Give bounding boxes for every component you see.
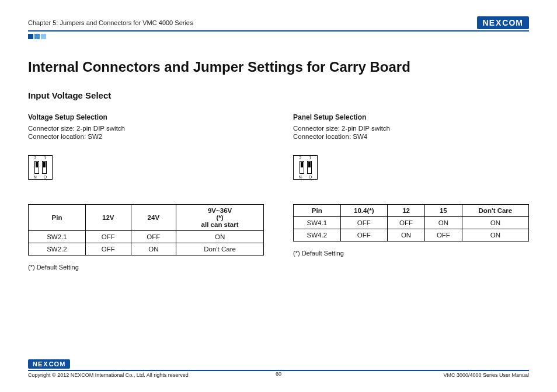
cell: SW2.2 [29, 243, 86, 256]
decorative-squares [28, 34, 529, 39]
cell: ON [462, 217, 528, 229]
dip-label: 2 [34, 156, 37, 160]
page-header: Chapter 5: Jumpers and Connectors for VM… [28, 16, 529, 32]
cell: OFF [340, 229, 388, 242]
dip-slot [307, 161, 312, 174]
chapter-title: Chapter 5: Jumpers and Connectors for VM… [28, 19, 193, 26]
content-columns: Voltage Setup Selection Connector size: … [28, 113, 529, 271]
table-header-row: Pin 12V 24V 9V~36V (*) all can start [29, 205, 264, 231]
panel-note: (*) Default Setting [293, 250, 529, 257]
dip-slot [34, 161, 39, 174]
doc-title-footer: VMC 3000/4000 Series User Manual [443, 372, 529, 378]
th-dontcare: Don't Care [462, 205, 528, 217]
panel-conn-loc: Connector location: SW4 [293, 133, 529, 140]
voltage-table: Pin 12V 24V 9V~36V (*) all can start SW2… [28, 204, 264, 256]
cell: SW4.2 [294, 229, 341, 242]
dip-label: 1 [44, 156, 47, 160]
cell: ON [462, 229, 528, 242]
th-12v: 12V [85, 205, 131, 231]
dip-label: 2 [300, 156, 302, 160]
cell: OFF [340, 217, 388, 229]
th-104: 10.4(*) [340, 205, 388, 217]
table-row: SW4.2 OFF ON OFF ON [294, 229, 529, 242]
voltage-sub-title: Voltage Setup Selection [28, 113, 264, 121]
cell: ON [176, 231, 264, 243]
th-15: 15 [424, 205, 462, 217]
th-9v36v: 9V~36V (*) all can start [176, 205, 264, 231]
cell: OFF [388, 217, 425, 229]
dip-slot [300, 161, 304, 174]
th-24v: 24V [131, 205, 176, 231]
voltage-setup-column: Voltage Setup Selection Connector size: … [28, 113, 264, 271]
cell: ON [424, 217, 462, 229]
table-row: SW2.1 OFF OFF ON [29, 231, 264, 243]
cell: SW4.1 [294, 217, 341, 229]
panel-table: Pin 10.4(*) 12 15 Don't Care SW4.1 OFF O… [293, 204, 529, 242]
cell: OFF [131, 231, 176, 243]
th-12: 12 [388, 205, 425, 217]
page-footer: Copyright © 2012 NEXCOM International Co… [28, 370, 529, 378]
table-row: SW4.1 OFF OFF ON ON [294, 217, 529, 229]
copyright-text: Copyright © 2012 NEXCOM International Co… [28, 372, 189, 378]
dip-label: O [309, 175, 312, 179]
dip-label: 1 [309, 156, 312, 160]
dip-label: O [44, 175, 47, 179]
brand-logo: NEXCOM [477, 16, 529, 29]
cell: OFF [85, 243, 131, 256]
dip-label: N [299, 175, 302, 179]
voltage-conn-loc: Connector location: SW2 [28, 133, 264, 140]
brand-logo-footer: NEXCOM [28, 359, 70, 369]
footer-logo-wrap: NEXCOM [28, 359, 70, 369]
panel-setup-column: Panel Setup Selection Connector size: 2-… [293, 113, 529, 271]
page-title: Internal Connectors and Jumper Settings … [28, 59, 529, 75]
panel-sub-title: Panel Setup Selection [293, 113, 529, 121]
cell: SW2.1 [29, 231, 86, 243]
panel-conn-size: Connector size: 2-pin DIP switch [293, 125, 529, 132]
th-pin: Pin [294, 205, 341, 217]
table-row: SW2.2 OFF ON Don't Care [29, 243, 264, 256]
th-pin: Pin [29, 205, 86, 231]
dip-switch-sw4-diagram: 2 1 N O [293, 155, 318, 180]
dip-switch-sw2-diagram: 2 1 N O [28, 155, 53, 180]
voltage-conn-size: Connector size: 2-pin DIP switch [28, 125, 264, 132]
table-header-row: Pin 10.4(*) 12 15 Don't Care [294, 205, 529, 217]
cell: OFF [424, 229, 462, 242]
cell: ON [388, 229, 425, 242]
cell: OFF [85, 231, 131, 243]
voltage-note: (*) Default Setting [28, 264, 264, 271]
dip-slot [42, 161, 47, 174]
section-title: Input Voltage Select [28, 90, 529, 100]
cell: ON [131, 243, 176, 256]
cell: Don't Care [176, 243, 264, 256]
dip-label: N [34, 175, 37, 179]
